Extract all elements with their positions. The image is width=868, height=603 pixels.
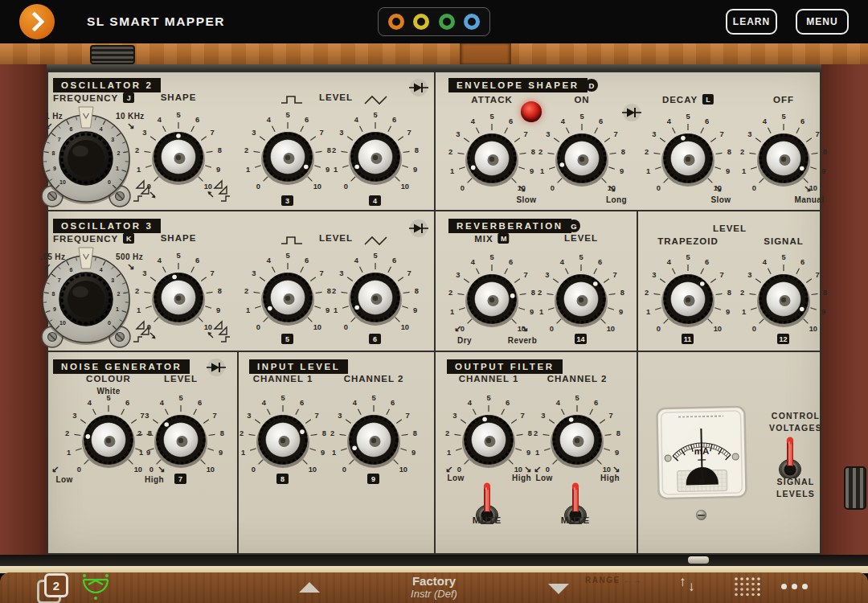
svg-text:3: 3 xyxy=(339,129,343,137)
svg-text:6: 6 xyxy=(391,399,395,407)
svg-text:7: 7 xyxy=(524,271,528,279)
svg-text:10: 10 xyxy=(401,183,409,191)
svg-text:6: 6 xyxy=(125,399,129,407)
arrow-down-right-icon xyxy=(608,183,616,194)
svg-text:3: 3 xyxy=(252,129,256,137)
svg-text:8: 8 xyxy=(621,148,625,156)
svg-text:0: 0 xyxy=(752,184,756,192)
svg-text:10: 10 xyxy=(207,466,215,474)
preset-selector[interactable]: Factory Instr (Def) xyxy=(411,574,457,600)
top-vent-icon xyxy=(90,45,135,64)
macro-ring-1[interactable] xyxy=(388,14,404,30)
svg-text:8: 8 xyxy=(415,287,419,295)
noise-level-label: LEVEL xyxy=(164,374,198,384)
svg-text:8: 8 xyxy=(220,429,224,437)
svg-text:3: 3 xyxy=(111,137,114,142)
osc2-frequency-dial[interactable]: 012345678910 xyxy=(26,105,146,211)
svg-text:3: 3 xyxy=(72,412,76,420)
input-ch2-label: CHANNEL 2 xyxy=(344,374,404,384)
signal-label: SIGNAL xyxy=(764,236,803,246)
svg-text:0: 0 xyxy=(551,184,555,192)
divider xyxy=(637,210,638,555)
svg-text:2: 2 xyxy=(240,429,244,437)
svg-text:9: 9 xyxy=(219,449,223,457)
reverb-level-knob[interactable]: 012345678910 xyxy=(533,251,629,347)
mix-label: MIX xyxy=(474,234,493,244)
svg-text:1: 1 xyxy=(742,167,746,175)
svg-text:10: 10 xyxy=(309,466,317,474)
preset-next-button[interactable] xyxy=(548,584,569,594)
more-options-icon[interactable] xyxy=(781,584,808,589)
svg-text:10: 10 xyxy=(59,179,66,185)
env-decay-sub: Slow xyxy=(711,195,731,204)
svg-text:4: 4 xyxy=(354,256,359,265)
preset-name: Factory xyxy=(411,574,457,588)
svg-text:8: 8 xyxy=(823,148,827,156)
layers-icon[interactable]: 2 xyxy=(37,573,69,602)
pin-badge: 8 xyxy=(276,474,289,484)
svg-text:7: 7 xyxy=(211,129,215,137)
svg-text:3: 3 xyxy=(545,271,549,279)
svg-text:0: 0 xyxy=(108,320,111,326)
cv-signal-toggle[interactable] xyxy=(776,435,805,478)
svg-text:0: 0 xyxy=(252,466,256,474)
svg-text:2: 2 xyxy=(330,429,334,437)
osc3-level-square-knob[interactable]: 012345678910 xyxy=(240,249,336,346)
svg-text:1: 1 xyxy=(646,308,650,316)
svg-text:6: 6 xyxy=(300,399,304,407)
macro-ring-4[interactable] xyxy=(464,14,480,30)
svg-text:8: 8 xyxy=(413,429,417,437)
svg-text:1: 1 xyxy=(137,166,141,174)
mute-ch1-label: MUTE xyxy=(473,515,502,525)
svg-text:3: 3 xyxy=(339,269,343,277)
pin-badge: 7 xyxy=(174,474,186,484)
noise-title-plate: NOISE GENERATOR xyxy=(53,359,190,374)
reverb-level-label: LEVEL xyxy=(564,233,598,243)
osc3-frequency-dial[interactable]: 012345678910 xyxy=(26,246,146,352)
svg-text:5: 5 xyxy=(781,113,785,121)
svg-text:4: 4 xyxy=(158,256,162,265)
sort-updown-icon[interactable] xyxy=(678,574,702,598)
svg-text:1: 1 xyxy=(332,449,336,457)
signal-level-knob[interactable]: 012345678910 xyxy=(735,251,832,347)
preset-previous-button[interactable] xyxy=(299,582,320,593)
osc3-frequency-label: FREQUENCY K xyxy=(53,233,134,244)
diode-icon xyxy=(407,219,431,240)
macro-ring-3[interactable] xyxy=(439,14,455,30)
learn-button[interactable]: LEARN xyxy=(726,9,777,35)
pad-grid-icon[interactable] xyxy=(733,576,760,600)
svg-text:1: 1 xyxy=(535,449,539,457)
panel-bottom-shadow xyxy=(0,555,868,566)
svg-text:5: 5 xyxy=(686,253,690,261)
osc3-level-triangle-knob[interactable]: 012345678910 xyxy=(327,249,424,346)
svg-text:9: 9 xyxy=(411,449,416,457)
output-title-plate: OUTPUT FILTER xyxy=(447,359,563,374)
svg-text:10: 10 xyxy=(401,323,409,331)
svg-text:1: 1 xyxy=(540,167,544,175)
trapezoid-level-knob[interactable]: 012345678910 xyxy=(640,251,736,347)
svg-text:8: 8 xyxy=(52,150,55,156)
macro-ring-2[interactable] xyxy=(413,14,429,30)
noise-low-label: Low xyxy=(55,475,72,484)
svg-text:4: 4 xyxy=(262,399,267,407)
svg-text:7: 7 xyxy=(407,129,411,137)
app-logo-icon[interactable] xyxy=(19,4,55,39)
arrow-down-right-icon xyxy=(518,183,526,194)
menu-button[interactable]: MENU xyxy=(796,9,849,35)
svg-text:5: 5 xyxy=(285,111,289,119)
svg-text:3: 3 xyxy=(652,271,656,279)
svg-text:1: 1 xyxy=(447,449,451,457)
svg-text:1: 1 xyxy=(246,166,250,174)
arrow-down-right-icon xyxy=(714,183,722,194)
svg-text:10: 10 xyxy=(603,466,611,474)
osc2-level-square-knob[interactable]: 012345678910 xyxy=(240,109,336,205)
svg-text:4: 4 xyxy=(88,399,92,407)
arrow-down-left-icon xyxy=(51,464,59,474)
osc2-level-triangle-knob[interactable]: 012345678910 xyxy=(327,109,424,205)
divider xyxy=(434,71,436,555)
scope-meter-icon[interactable] xyxy=(80,572,111,601)
env-off-knob[interactable]: 012345678910 xyxy=(735,110,832,207)
svg-text:6: 6 xyxy=(392,256,396,265)
svg-text:3: 3 xyxy=(546,130,550,138)
sawtooth-left-icon xyxy=(132,319,161,347)
